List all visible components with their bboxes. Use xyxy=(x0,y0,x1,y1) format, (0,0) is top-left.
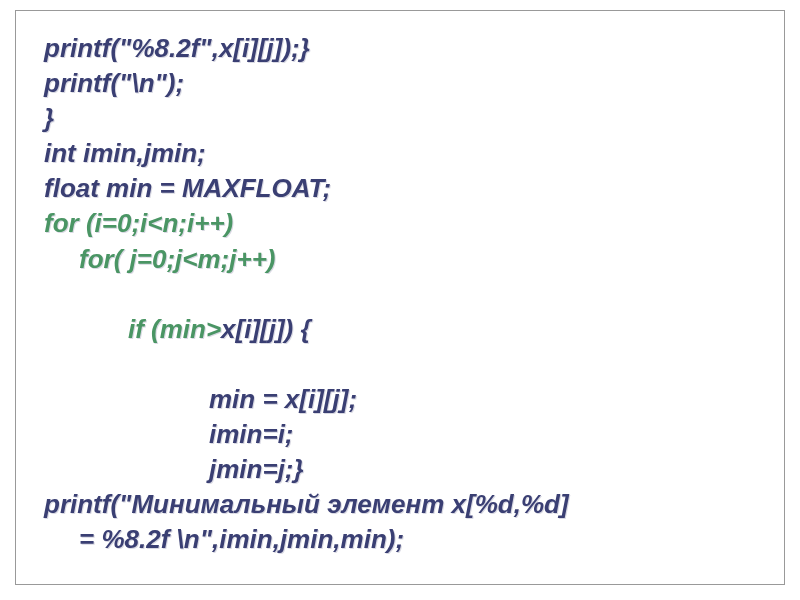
code-slide: printf("%8.2f",x[i][j]);} printf("\n"); … xyxy=(15,10,785,585)
code-line-4: int imin,jmin; xyxy=(44,136,756,171)
code-line-6: for (i=0;i<n;i++) xyxy=(44,206,756,241)
code-line-9: min = x[i][j]; xyxy=(44,382,756,417)
code-line-8-navy: x[i][j]) { xyxy=(221,314,311,344)
code-line-11: jmin=j;} xyxy=(44,452,756,487)
code-line-2: printf("\n"); xyxy=(44,66,756,101)
code-line-1: printf("%8.2f",x[i][j]);} xyxy=(44,31,756,66)
code-line-13: = %8.2f \n",imin,jmin,min); xyxy=(44,522,756,557)
code-line-8: if (min>x[i][j]) { xyxy=(44,277,756,382)
code-line-3: } xyxy=(44,101,756,136)
code-line-8-green: if (min> xyxy=(128,314,221,344)
code-line-12: printf("Минимальный элемент x[%d,%d] xyxy=(44,487,756,522)
code-line-10: imin=i; xyxy=(44,417,756,452)
code-line-5: float min = MAXFLOAT; xyxy=(44,171,756,206)
code-line-7: for( j=0;j<m;j++) xyxy=(44,242,756,277)
